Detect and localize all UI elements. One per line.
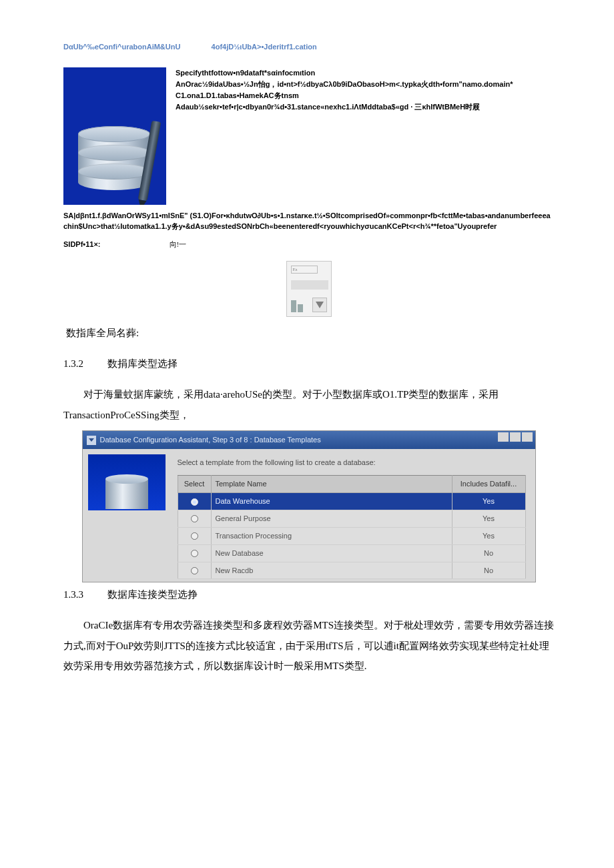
template-name-cell: General Purpose bbox=[211, 510, 452, 527]
template-radio-cell[interactable] bbox=[178, 527, 211, 544]
template-radio-cell[interactable] bbox=[178, 562, 211, 579]
dialog-titlebar: Database Configuration Assistant, Step 3… bbox=[83, 431, 535, 449]
section-title: 数捐库类型选择 bbox=[107, 358, 178, 369]
dialog-title: Database Configuration Assistant, Step 3… bbox=[100, 433, 321, 447]
spec-line-3: C1.ona1.D1.tabas•HamekAC务tnsm bbox=[176, 90, 513, 101]
table-row[interactable]: New DatabaseNo bbox=[178, 544, 525, 562]
section-number: 1.3.3 bbox=[63, 585, 105, 604]
col-template-name: Template Name bbox=[211, 476, 452, 493]
maximize-button[interactable] bbox=[510, 432, 521, 442]
template-radio-cell[interactable] bbox=[178, 510, 211, 527]
includes-cell: No bbox=[452, 544, 525, 562]
header-left: DαUb^‰eConfi^urabonAiM&UnU bbox=[63, 43, 180, 51]
section-1-3-3: 1.3.3 数据库连接类型选挣 bbox=[63, 585, 554, 604]
includes-cell: No bbox=[452, 562, 525, 579]
spec-line-2: AnOrac½9idaUbas•½Jn怡g，id•nt>f½dbyaCλ0b9i… bbox=[176, 79, 513, 90]
section-title: 数据库连接类型选挣 bbox=[107, 589, 198, 600]
sid-row: SIDPf•11×: 向!一 bbox=[63, 238, 554, 252]
database-illustration-small bbox=[88, 454, 166, 510]
dialog-caption: Select a template from the following lis… bbox=[178, 456, 526, 470]
table-row[interactable]: New RacdbNo bbox=[178, 562, 525, 579]
sid-description: SA|dβnt1.f.βdWanOrWSy11•mISnE" (S1.O)For… bbox=[63, 210, 554, 232]
spec-line-4: Adaub½sekr•tef•r|c•dbyan0r¾d•31.stance«n… bbox=[176, 101, 513, 113]
table-row[interactable]: Data WarehouseYes bbox=[178, 492, 525, 510]
global-db-name-label: 数指库全局名葬: bbox=[66, 324, 554, 343]
sid-cn: 向!一 bbox=[170, 240, 187, 248]
paragraph-connection-type: OraCIe数据库有专用农劳器连接类型和多废程效劳器MTS连接类型。对于枇处理效… bbox=[63, 615, 554, 677]
close-button[interactable] bbox=[522, 432, 533, 442]
identification-block: Specifythtfottow•n9dataft*sαinfocmιtion … bbox=[63, 67, 554, 205]
thumbnail: Es bbox=[286, 261, 332, 317]
radio-icon[interactable] bbox=[191, 532, 198, 540]
spec-line-1: Specifythtfottow•n9dataft*sαinfocmιtion bbox=[176, 67, 513, 79]
play-icon bbox=[312, 298, 327, 312]
radio-icon[interactable] bbox=[191, 550, 198, 557]
table-row[interactable]: Transaction ProcessingYes bbox=[178, 527, 525, 544]
radio-icon[interactable] bbox=[191, 567, 198, 574]
template-name-cell: New Racdb bbox=[211, 562, 452, 579]
radio-icon[interactable] bbox=[191, 498, 198, 506]
template-radio-cell[interactable] bbox=[178, 544, 211, 562]
dbca-templates-dialog: Database Configuration Assistant, Step 3… bbox=[82, 430, 536, 582]
col-includes: Includes Datafil... bbox=[452, 476, 525, 493]
spec-text: Specifythtfottow•n9dataft*sαinfocmιtion … bbox=[176, 67, 513, 205]
template-name-cell: New Database bbox=[211, 544, 452, 562]
sid-label: SIDPf•11×: bbox=[63, 240, 101, 248]
dialog-sidebar bbox=[83, 449, 171, 582]
includes-cell: Yes bbox=[452, 510, 525, 527]
radio-icon[interactable] bbox=[191, 515, 198, 522]
template-radio-cell[interactable] bbox=[178, 492, 211, 510]
dropdown-icon[interactable] bbox=[87, 436, 96, 445]
section-number: 1.3.2 bbox=[63, 354, 105, 374]
template-name-cell: Data Warehouse bbox=[211, 492, 452, 510]
table-row[interactable]: General PurposeYes bbox=[178, 510, 525, 527]
template-name-cell: Transaction Processing bbox=[211, 527, 452, 544]
templates-table: Select Template Name Includes Datafil...… bbox=[178, 475, 526, 579]
wizard-step-header: DαUb^‰eConfi^urabonAiM&UnU 4of4jD½ιUbA>•… bbox=[63, 40, 554, 54]
database-illustration bbox=[63, 67, 166, 205]
paragraph-db-type: 对于海量蚊据库蒙统，采用data·arehoUSe的类型。对于小型数据库或O1.… bbox=[63, 384, 554, 426]
minimize-button[interactable] bbox=[498, 432, 509, 442]
col-select: Select bbox=[178, 476, 211, 493]
header-right: 4of4jD½ιUbA>•Jderitrf1.cation bbox=[212, 43, 317, 51]
includes-cell: Yes bbox=[452, 527, 525, 544]
includes-cell: Yes bbox=[452, 492, 525, 510]
section-1-3-2: 1.3.2 数捐库类型选择 bbox=[63, 354, 554, 374]
